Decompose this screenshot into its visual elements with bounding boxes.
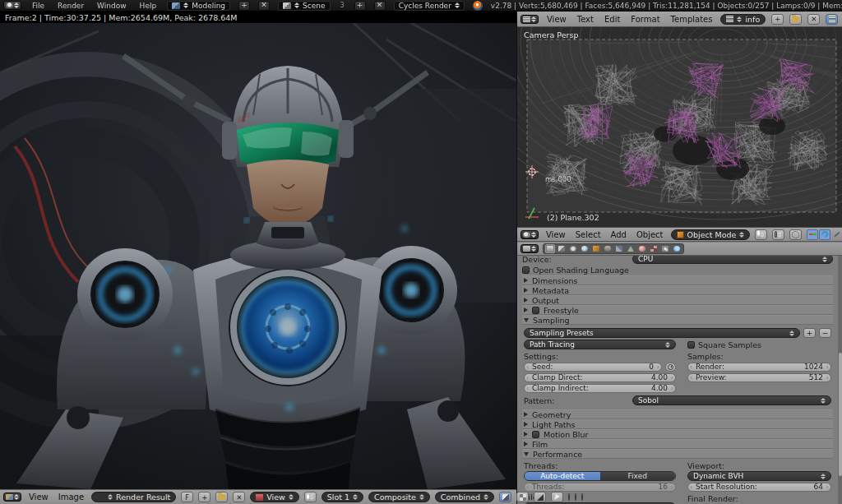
clamp-direct-field[interactable]: Clamp Direct: 4.00 bbox=[524, 373, 676, 382]
unlink-text-button[interactable]: ✕ bbox=[807, 14, 820, 25]
tab-render[interactable] bbox=[545, 244, 555, 253]
image-paint-toggle[interactable] bbox=[499, 492, 511, 502]
tab-scene[interactable] bbox=[568, 244, 578, 253]
menu-templates[interactable]: Templates bbox=[669, 15, 715, 24]
tab-world[interactable] bbox=[580, 244, 590, 253]
menu-render[interactable]: Render bbox=[55, 2, 86, 10]
pivot-selector[interactable] bbox=[304, 492, 317, 502]
add-layout-button[interactable]: + bbox=[238, 1, 250, 11]
integrator-dropdown[interactable]: Path Tracing bbox=[524, 340, 676, 349]
tab-object[interactable] bbox=[591, 244, 601, 253]
scene-selector[interactable]: Scene bbox=[278, 1, 330, 11]
menu-add[interactable]: Add bbox=[608, 230, 629, 239]
panel-metadata[interactable]: Metadata bbox=[522, 285, 833, 295]
menu-text[interactable]: Text bbox=[575, 15, 596, 24]
editor-type-selector-text[interactable] bbox=[520, 15, 539, 24]
menu-file[interactable]: File bbox=[30, 2, 47, 10]
motion-blur-checkbox[interactable] bbox=[532, 431, 539, 438]
sampling-presets-dropdown[interactable]: Sampling Presets bbox=[524, 328, 800, 338]
start-resolution-field[interactable]: Start Resolution: 64 bbox=[687, 483, 831, 492]
fixed-toggle[interactable]: Fixed bbox=[600, 472, 676, 480]
render-result-canvas[interactable] bbox=[0, 23, 516, 489]
menu-format[interactable]: Format bbox=[628, 15, 662, 24]
remove-preset-button[interactable]: − bbox=[819, 328, 831, 338]
delete-layout-button[interactable]: ✕ bbox=[258, 1, 270, 11]
image-datablock-selector[interactable]: Render Result bbox=[91, 492, 176, 502]
tab-texture[interactable] bbox=[649, 244, 659, 253]
bvh-dropdown[interactable]: Dynamic BVH bbox=[687, 471, 831, 481]
viewport-3d[interactable]: Camera Persp ms.000 (2) Plane.302 bbox=[517, 27, 842, 227]
tab-constraints[interactable] bbox=[603, 244, 613, 253]
editor-type-selector-properties[interactable] bbox=[520, 244, 539, 253]
render-engine-selector[interactable]: Cycles Render bbox=[394, 1, 465, 11]
sample-line-button[interactable] bbox=[551, 492, 563, 502]
freestyle-checkbox[interactable] bbox=[532, 307, 539, 314]
manipulator-toggle[interactable] bbox=[789, 229, 802, 240]
panel-sampling[interactable]: Sampling bbox=[522, 315, 833, 325]
translate-manipulator-toggle[interactable] bbox=[807, 229, 818, 240]
fake-user-button[interactable]: F bbox=[181, 492, 193, 502]
panel-film[interactable]: Film bbox=[522, 439, 833, 449]
delete-scene-button[interactable]: ✕ bbox=[374, 1, 386, 11]
panel-light-paths[interactable]: Light Paths bbox=[522, 419, 833, 429]
line-numbers-toggle[interactable] bbox=[826, 14, 838, 25]
pivot-point-selector[interactable] bbox=[772, 229, 784, 240]
menu-view[interactable]: View bbox=[26, 492, 51, 502]
menu-help[interactable]: Help bbox=[137, 2, 160, 10]
open-text-button[interactable] bbox=[789, 14, 802, 25]
editor-type-selector-info[interactable] bbox=[3, 1, 21, 10]
view-mode-dropdown[interactable]: View bbox=[250, 492, 299, 502]
menu-image[interactable]: Image bbox=[56, 492, 86, 502]
preview-samples-field[interactable]: Preview: 512 bbox=[687, 373, 831, 382]
rotate-manipulator-toggle[interactable] bbox=[819, 229, 830, 240]
panel-geometry[interactable]: Geometry bbox=[522, 409, 833, 419]
menu-object[interactable]: Object bbox=[634, 230, 666, 239]
tab-data[interactable] bbox=[626, 244, 636, 253]
menu-select[interactable]: Select bbox=[573, 230, 604, 239]
panel-performance[interactable]: Performance bbox=[522, 449, 833, 459]
clamp-indirect-field[interactable]: Clamp Indirect: 4.00 bbox=[524, 384, 676, 393]
new-image-button[interactable]: + bbox=[198, 492, 210, 502]
scrollbar-thumb[interactable] bbox=[839, 353, 842, 476]
panel-freestyle[interactable]: Freestyle bbox=[522, 305, 833, 315]
editor-type-selector-image[interactable] bbox=[3, 492, 21, 502]
screen-layout-selector[interactable]: Modeling bbox=[167, 1, 230, 11]
render-samples-field[interactable]: Render: 1024 bbox=[687, 363, 831, 372]
tab-material[interactable] bbox=[637, 244, 647, 253]
panel-motion-blur[interactable]: Motion Blur bbox=[522, 429, 833, 439]
add-preset-button[interactable]: + bbox=[803, 328, 816, 338]
osl-checkbox[interactable] bbox=[522, 266, 530, 274]
menu-view[interactable]: View bbox=[544, 15, 569, 24]
tab-physics[interactable] bbox=[672, 244, 682, 253]
scale-manipulator-toggle[interactable] bbox=[831, 229, 842, 240]
panel-dimensions[interactable]: Dimensions bbox=[522, 275, 833, 285]
chevron-updown-icon bbox=[821, 398, 826, 404]
pattern-dropdown[interactable]: Sobol bbox=[632, 395, 831, 405]
menu-edit[interactable]: Edit bbox=[602, 15, 622, 24]
panel-output[interactable]: Output bbox=[522, 295, 833, 305]
tab-particles[interactable] bbox=[660, 244, 670, 253]
viewport-shading-selector[interactable] bbox=[755, 229, 767, 240]
pass-dropdown[interactable]: Combined bbox=[435, 492, 494, 502]
new-text-button[interactable]: + bbox=[771, 14, 784, 25]
device-dropdown[interactable]: CPU bbox=[632, 256, 833, 264]
editor-type-selector-3d[interactable] bbox=[520, 230, 539, 239]
menu-view[interactable]: View bbox=[544, 230, 568, 239]
menu-window[interactable]: Window bbox=[95, 2, 129, 10]
unlink-image-button[interactable]: ✕ bbox=[233, 492, 245, 502]
square-samples-checkbox[interactable] bbox=[687, 341, 695, 349]
draw-channels-color-alpha[interactable] bbox=[516, 492, 529, 502]
text-datablock-selector[interactable]: info bbox=[720, 14, 766, 25]
auto-detect-toggle[interactable]: Auto-detect bbox=[525, 472, 600, 480]
slot-dropdown[interactable]: Slot 1 bbox=[322, 492, 363, 502]
add-scene-button[interactable]: + bbox=[354, 1, 366, 11]
tab-modifiers[interactable] bbox=[614, 244, 624, 253]
layer-dropdown[interactable]: Composite bbox=[368, 492, 430, 502]
open-image-button[interactable] bbox=[215, 492, 228, 502]
threads-count-field[interactable]: Threads: 16 bbox=[524, 483, 676, 492]
mode-selector[interactable]: Object Mode bbox=[671, 229, 751, 240]
seed-field[interactable]: Seed: 0 bbox=[524, 363, 662, 372]
draw-channels-alpha[interactable] bbox=[534, 492, 546, 502]
animated-seed-button[interactable] bbox=[665, 363, 676, 372]
tab-render-layers[interactable] bbox=[557, 244, 567, 253]
